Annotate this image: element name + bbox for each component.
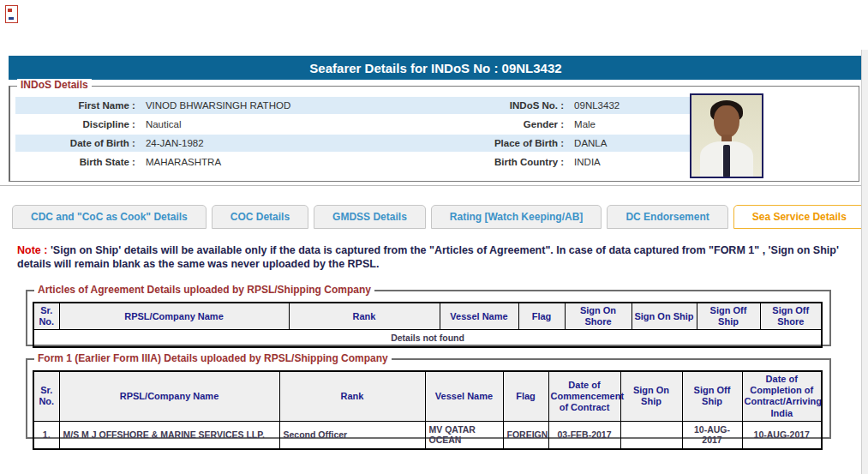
table-header-row: Sr. No.RPSL/Company NameRankVessel NameF…: [33, 371, 822, 421]
indos-details-legend: INDoS Details: [17, 79, 92, 91]
table-cell: M/S M J OFFSHORE & MARINE SERVICES LLP.: [59, 421, 279, 449]
detail-value: 24-JAN-1982: [141, 134, 435, 153]
detail-value: Male: [569, 115, 694, 134]
page-title: Seafarer Details for INDoS No : 09NL3432: [9, 56, 863, 80]
column-header: Vessel Name: [440, 303, 518, 330]
table-cell: MV QATAR OCEAN: [425, 421, 503, 449]
vertical-scrollbar[interactable]: [861, 50, 868, 474]
table-cell: FOREIGN: [503, 421, 548, 449]
column-header: Flag: [518, 303, 565, 330]
tab-bar: CDC and "CoC as Cook" DetailsCOC Details…: [12, 205, 868, 229]
detail-label: Gender :: [435, 115, 569, 134]
table-cell: Second Officer: [279, 421, 425, 449]
tab-gmdss[interactable]: GMDSS Details: [314, 205, 426, 229]
form1-legend: Form 1 (Earlier Form IIIA) Details uploa…: [34, 352, 392, 364]
tab-dc-endorsement[interactable]: DC Endorsement: [607, 205, 727, 229]
column-header: Sign Off Ship: [697, 303, 760, 330]
indos-detail-row: Date of Birth :24-JAN-1982Place of Birth…: [15, 134, 694, 153]
column-header: Sr. No.: [33, 303, 59, 330]
table-header-row: Sr. No.RPSL/Company NameRankVessel NameF…: [33, 303, 822, 330]
tab-sea-service[interactable]: Sea Service Details: [733, 205, 865, 229]
column-header: RPSL/Company Name: [59, 371, 279, 421]
column-header: Sign On Shore: [565, 303, 632, 330]
detail-value: INDIA: [569, 153, 694, 171]
detail-label: Date of Birth :: [15, 134, 141, 153]
detail-label: Discipline :: [15, 115, 141, 134]
column-header: Sign On Ship: [620, 371, 682, 421]
section-divider: [0, 185, 861, 186]
column-header: Rank: [289, 303, 440, 330]
photo-face: [714, 105, 739, 138]
form1-table: Sr. No.RPSL/Company NameRankVessel NameF…: [33, 370, 823, 450]
empty-row: Details not found: [33, 330, 822, 347]
articles-of-agreement-panel: Articles of Agreement Details uploaded b…: [26, 290, 831, 346]
broken-image-icon: [5, 5, 18, 23]
detail-value: MAHARASHTRA: [141, 153, 435, 171]
column-header: Sign Off Shore: [760, 303, 822, 330]
indos-detail-row: First Name :VINOD BHWARSINGH RATHODINDoS…: [15, 97, 694, 115]
column-header: Date of Commencement of Contract: [548, 371, 620, 421]
note-label: Note :: [17, 244, 47, 256]
tab-rating[interactable]: Rating [Watch Keeping/AB]: [431, 205, 602, 229]
indos-details-table: First Name :VINOD BHWARSINGH RATHODINDoS…: [15, 97, 694, 172]
detail-value: VINOD BHWARSINGH RATHOD: [141, 97, 435, 115]
detail-label: Place of Birth :: [435, 134, 569, 153]
table-row: 1.M/S M J OFFSHORE & MARINE SERVICES LLP…: [33, 421, 822, 449]
photo-tie: [723, 145, 730, 177]
column-header: RPSL/Company Name: [59, 303, 289, 330]
articles-table: Sr. No.RPSL/Company NameRankVessel NameF…: [33, 302, 823, 348]
detail-label: INDoS No. :: [435, 97, 569, 115]
column-header: Sign On Ship: [632, 303, 697, 330]
column-header: Date of Completion of Contract/Arriving …: [742, 371, 822, 421]
indos-detail-row: Discipline :NauticalGender :Male: [15, 115, 694, 134]
indos-detail-row: Birth State :MAHARASHTRABirth Country :I…: [15, 153, 694, 171]
column-header: Sr. No.: [33, 371, 59, 421]
column-header: Sign Off Ship: [682, 371, 742, 421]
articles-legend: Articles of Agreement Details uploaded b…: [34, 284, 374, 296]
table-cell: 10-AUG-2017: [742, 421, 822, 449]
note-body: 'Sign on Ship' details will be available…: [17, 244, 839, 270]
table-cell: 03-FEB-2017: [548, 421, 620, 449]
detail-value: DANLA: [569, 134, 694, 153]
tab-cdc-coc-cook[interactable]: CDC and "CoC as Cook" Details: [12, 205, 207, 229]
detail-label: Birth State :: [15, 153, 141, 171]
empty-message: Details not found: [33, 330, 822, 347]
seafarer-details-page: Seafarer Details for INDoS No : 09NL3432…: [0, 0, 868, 474]
table-cell: 10-AUG-2017: [682, 421, 742, 449]
column-header: Flag: [503, 371, 548, 421]
detail-value: 09NL3432: [569, 97, 694, 115]
detail-value: Nautical: [141, 115, 435, 134]
seafarer-photo: [690, 93, 763, 178]
form1-panel: Form 1 (Earlier Form IIIA) Details uploa…: [26, 358, 831, 439]
column-header: Rank: [279, 371, 425, 421]
table-cell: 1.: [33, 421, 59, 449]
detail-label: First Name :: [15, 97, 141, 115]
tab-coc[interactable]: COC Details: [212, 205, 308, 229]
table-cell: [620, 421, 682, 449]
column-header: Vessel Name: [425, 371, 503, 421]
detail-label: Birth Country :: [435, 153, 569, 171]
note-text: Note : 'Sign on Ship' details will be av…: [17, 244, 853, 271]
